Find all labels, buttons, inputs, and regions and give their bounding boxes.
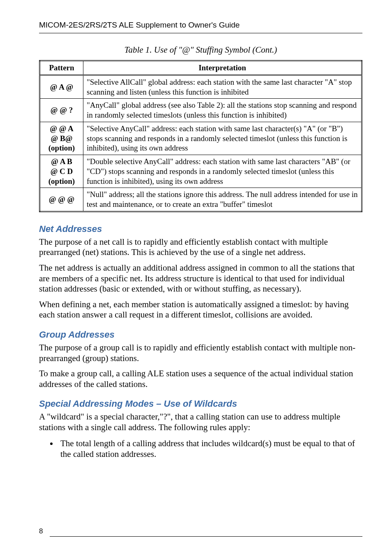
paragraph: When defining a net, each member station… (39, 299, 362, 320)
table-caption: Table 1. Use of "@" Stuffing Symbol (Con… (39, 45, 362, 55)
cell-interpretation: "Double selective AnyCall" address: each… (83, 155, 362, 188)
paragraph: A "wildcard" is a special character,"?",… (39, 412, 362, 433)
stuffing-symbol-table: Pattern Interpretation @ A @ "Selective … (39, 60, 362, 212)
heading-special-addressing: Special Addressing Modes – Use of Wildca… (39, 398, 362, 409)
cell-interpretation: "Selective AnyCall" address: each statio… (83, 122, 362, 155)
cell-pattern: @ @ ? (40, 99, 83, 122)
table-row: @ @ A @ B@ (option) "Selective AnyCall" … (40, 122, 362, 155)
heading-net-addresses: Net Addresses (39, 224, 362, 234)
table-row: @ A @ "Selective AllCall" global address… (40, 75, 362, 99)
page-footer: 8 (39, 532, 362, 537)
paragraph: The purpose of a net call is to rapidly … (39, 237, 362, 258)
table-row: @ @ @ "Null" address; all the stations i… (40, 188, 362, 212)
cell-interpretation: "AnyCall" global address (see also Table… (83, 99, 362, 122)
col-header-interpretation: Interpretation (83, 61, 362, 75)
table-row: @ @ ? "AnyCall" global address (see also… (40, 99, 362, 122)
cell-pattern: @ A @ (40, 75, 83, 99)
cell-interpretation: "Selective AllCall" global address: each… (83, 75, 362, 99)
col-header-pattern: Pattern (40, 61, 83, 75)
doc-header: MICOM-2ES/2RS/2TS ALE Supplement to Owne… (39, 21, 362, 33)
cell-interpretation: "Null" address; all the stations ignore … (83, 188, 362, 212)
paragraph: To make a group call, a calling ALE stat… (39, 368, 362, 389)
cell-pattern: @ A B @ C D (option) (40, 155, 83, 188)
paragraph: The net address is actually an additiona… (39, 263, 362, 294)
page-number: 8 (39, 527, 48, 535)
cell-pattern: @ @ @ (40, 188, 83, 212)
list-item: The total length of a calling address th… (58, 438, 362, 459)
bullet-list: The total length of a calling address th… (39, 438, 362, 459)
heading-group-addresses: Group Addresses (39, 329, 362, 340)
table-row: @ A B @ C D (option) "Double selective A… (40, 155, 362, 188)
cell-pattern: @ @ A @ B@ (option) (40, 122, 83, 155)
paragraph: The purpose of a group call is to rapidl… (39, 343, 362, 364)
